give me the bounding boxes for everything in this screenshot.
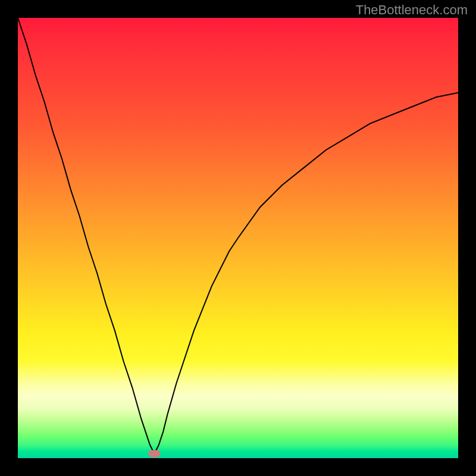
bottleneck-curve bbox=[18, 18, 458, 454]
chart-container: TheBottleneck.com bbox=[0, 0, 476, 476]
watermark-text: TheBottleneck.com bbox=[356, 2, 468, 18]
plot-area bbox=[18, 18, 458, 458]
curve-svg bbox=[18, 18, 458, 458]
minimum-marker bbox=[148, 450, 160, 458]
